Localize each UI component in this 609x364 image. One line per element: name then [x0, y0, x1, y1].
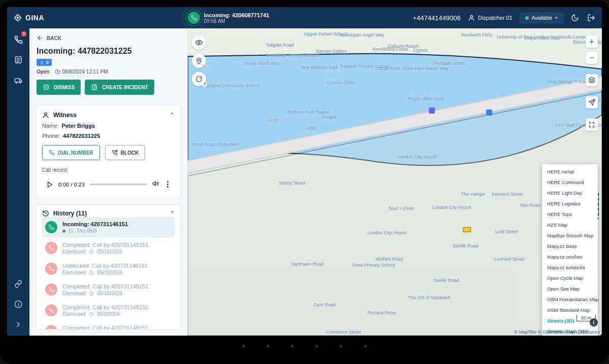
- dial-number-button[interactable]: DIAL NUMBER: [42, 145, 100, 160]
- map-poi-toggle[interactable]: 🏢: [192, 54, 206, 68]
- history-item[interactable]: Completed: Call by 420731146151 Dismisse…: [42, 321, 175, 329]
- dismiss-button[interactable]: DISMISS: [37, 80, 81, 95]
- phone-icon: [45, 242, 57, 254]
- witness-title: Witness: [53, 112, 77, 119]
- map-label: London City Airport: [432, 205, 471, 210]
- history-item-title: Completed: Call by 420731146151: [62, 325, 148, 329]
- layer-option[interactable]: Open Sea Map: [542, 283, 598, 294]
- map-label: London City Airport: [398, 154, 437, 159]
- rail-calls[interactable]: 3: [12, 33, 24, 46]
- device-speaker: [7, 336, 602, 357]
- map-layers-button[interactable]: [586, 74, 598, 86]
- history-title: History (11): [53, 210, 87, 217]
- collapse-icon[interactable]: ⌃: [170, 112, 175, 119]
- layer-option[interactable]: Mapy.cz Base: [542, 241, 598, 251]
- rail-info[interactable]: [12, 298, 24, 310]
- layer-option[interactable]: Mapy.cz turistická: [542, 262, 598, 273]
- create-incident-button[interactable]: CREATE INCIDENT: [85, 80, 154, 95]
- camera-icon[interactable]: [463, 227, 471, 232]
- history-card: History (11) ⌃ Incoming: 420731146151 Th…: [36, 204, 181, 330]
- logout-button[interactable]: [587, 13, 596, 22]
- map-label: Dyer Road: [314, 302, 335, 307]
- volume-icon[interactable]: [152, 180, 159, 189]
- svg-point-0: [470, 15, 472, 18]
- phone-icon: [45, 221, 57, 233]
- map-label: Constance Street: [326, 330, 361, 335]
- layer-menu[interactable]: HERE AerialHERE CommandHERE Light DayHER…: [542, 164, 598, 336]
- history-item-title: Completed: Call by 420731146151: [62, 304, 148, 310]
- map-label: Lord Street: [495, 229, 518, 234]
- map-label: Saville Road: [453, 243, 479, 248]
- map-label: Cestion Close: [327, 80, 355, 85]
- map-refresh-toggle[interactable]: 📍: [192, 72, 206, 86]
- map-attribution: © MapTiler © OpenStreetMap contributors: [515, 330, 600, 335]
- history-item[interactable]: Unblocked: Call by 420731146151 Dismisse…: [42, 259, 175, 279]
- history-item-title: Completed: Call by 420731146151: [62, 283, 148, 289]
- layer-option[interactable]: MapBox Smooth Map: [542, 230, 598, 241]
- layer-option[interactable]: OSM Humanitarian Map: [542, 294, 598, 305]
- rail-collapse[interactable]: [12, 318, 24, 331]
- map-label: Royal Albert Dock: [408, 96, 445, 101]
- back-label: BACK: [47, 35, 61, 41]
- player-menu-icon[interactable]: [164, 181, 171, 188]
- layer-option[interactable]: HERE Command: [542, 177, 598, 188]
- player-track[interactable]: [90, 184, 147, 185]
- map-fit-button[interactable]: [586, 119, 598, 131]
- zoom-in-button[interactable]: [586, 35, 598, 48]
- map-label: King George V Dock: [548, 79, 589, 84]
- block-button[interactable]: BLOCK: [105, 145, 146, 160]
- collapse-icon[interactable]: ⌃: [170, 210, 175, 217]
- svg-rect-2: [15, 79, 20, 82]
- audio-player[interactable]: 0:00 / 0:23: [42, 177, 175, 192]
- dark-mode-toggle[interactable]: [570, 13, 580, 22]
- call-record-label: Call record:: [42, 167, 175, 173]
- history-item[interactable]: Incoming: 420731146151 Thu 08/8: [42, 217, 175, 238]
- layer-option[interactable]: HERE Topo: [542, 209, 598, 220]
- map-attribution-icon[interactable]: i: [590, 318, 598, 326]
- map-label: Woolwich Ferry: [461, 32, 493, 38]
- layer-option[interactable]: HERE Aerial: [542, 166, 598, 177]
- layer-option[interactable]: HZS Map: [542, 220, 598, 230]
- rail-link[interactable]: [12, 278, 24, 290]
- map-label: The Girl of Sandwich: [408, 295, 451, 300]
- map-label: New Beckton Park: [300, 65, 338, 70]
- phone-incoming-icon: [188, 12, 200, 24]
- layer-option[interactable]: HERE Logistics: [542, 198, 598, 209]
- zoom-out-button[interactable]: [586, 52, 598, 64]
- topbar-incoming[interactable]: Incoming: 420608771741 09:56 AM: [188, 12, 269, 24]
- panel-timestamp: 08/8/2024 12:11 PM: [62, 69, 108, 75]
- status-dot-icon: [525, 16, 529, 20]
- rail-incidents[interactable]: [12, 54, 24, 66]
- map-label: Drew Primary School: [352, 263, 395, 268]
- map-view[interactable]: Uggan Dekart SchoolNorwegian Angel WayWo…: [188, 28, 602, 336]
- incoming-number: 420608771741: [232, 12, 269, 18]
- history-item[interactable]: Completed: Call by 420731146151 Dismisse…: [42, 279, 175, 300]
- svg-point-9: [45, 113, 47, 115]
- history-list[interactable]: Incoming: 420731146151 Thu 08/8 Complete…: [42, 217, 175, 329]
- dispatcher-chip[interactable]: Dispatcher 01: [468, 14, 513, 21]
- rail-units[interactable]: [12, 74, 24, 86]
- layer-option[interactable]: OSM Standard Map: [542, 305, 598, 315]
- map-label: Tollgate Road: [266, 43, 294, 48]
- back-button[interactable]: BACK: [37, 34, 180, 42]
- history-item-title: Unblocked: Call by 420731146151: [62, 263, 148, 269]
- map-label: Kennard Street: [492, 192, 523, 197]
- layer-option[interactable]: HERE Light Day: [542, 188, 598, 198]
- callback-number: +447441449006: [413, 14, 460, 22]
- map-locate-button[interactable]: [586, 96, 598, 108]
- play-icon[interactable]: [46, 181, 53, 188]
- availability-select[interactable]: Available ▾: [520, 13, 563, 23]
- map-label: Saville Road: [433, 278, 459, 283]
- map-label: Strait Road / Stansfield: [192, 142, 239, 147]
- map-label: Royal Albert Way: [245, 61, 280, 66]
- history-item[interactable]: Completed: Call by 420731146151 Dismisse…: [42, 300, 175, 321]
- dispatcher-name: Dispatcher 01: [478, 15, 513, 21]
- history-item[interactable]: Completed: Call by 420731146151 Dismisse…: [42, 238, 175, 259]
- layer-option[interactable]: Mapy.cz ortofoto: [542, 251, 598, 262]
- layer-option[interactable]: Open Cycle Map: [542, 273, 598, 283]
- side-panel: BACK Incoming: 447822031225 0 Open 08/8/…: [29, 28, 188, 336]
- map-view-mode[interactable]: [192, 35, 206, 50]
- svg-point-20: [198, 60, 199, 61]
- map-label: A1020: [266, 118, 279, 123]
- incoming-label: Incoming:: [204, 12, 231, 18]
